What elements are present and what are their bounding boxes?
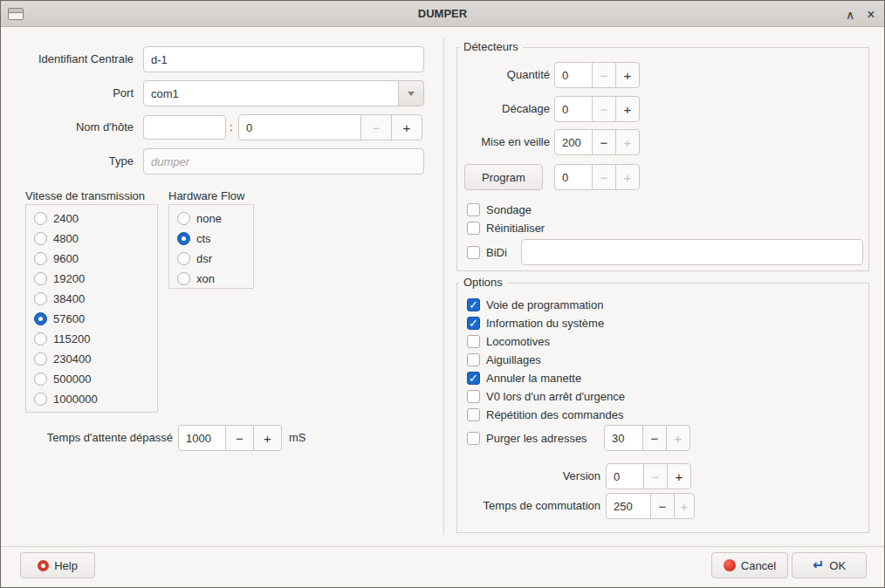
checkbox-v0-arret-urgence[interactable]: V0 lors d'un arrêt d'urgence (467, 387, 625, 405)
radio-label: 115200 (53, 332, 90, 345)
radio-flow-xon[interactable]: xon (177, 269, 253, 289)
host-label: Nom d'hôte (11, 114, 134, 140)
sleep-increment-button[interactable]: + (615, 129, 640, 155)
options-frame-title: Options (459, 276, 507, 289)
port-combobox[interactable]: com1 (143, 80, 424, 106)
checkbox-locomotives[interactable]: Locomotives (467, 332, 550, 350)
purge-increment-button[interactable]: + (666, 425, 690, 451)
switch-time-label: Temps de commutation (457, 493, 600, 519)
program-value[interactable]: 0 (554, 164, 593, 190)
close-button[interactable]: × (860, 1, 882, 27)
sleep-decrement-button[interactable]: − (592, 129, 616, 155)
offset-decrement-button[interactable]: − (592, 96, 616, 122)
host-row: Nom d'hôte (11, 114, 134, 140)
radio-baud-1000000[interactable]: 1000000 (34, 389, 157, 409)
titlebar[interactable]: DUMPER ∧ × (1, 1, 884, 27)
checkbox-label: Sondage (486, 203, 532, 216)
checkbox-aiguillages[interactable]: Aiguillages (467, 351, 541, 368)
checkbox-reinitialiser[interactable]: Réinitialiser (467, 219, 545, 236)
central-id-input[interactable] (143, 46, 424, 72)
radio-icon (34, 393, 47, 406)
port-value[interactable]: com1 (143, 80, 399, 106)
quantity-value[interactable]: 0 (554, 62, 593, 88)
bidi-input[interactable] (521, 239, 863, 265)
checkbox-label: Réinitialiser (486, 222, 545, 235)
radio-icon (34, 252, 47, 265)
timeout-increment-button[interactable]: + (253, 425, 282, 451)
radio-flow-cts[interactable]: cts (177, 229, 253, 249)
offset-value[interactable]: 0 (554, 96, 593, 122)
host-port-value[interactable]: 0 (238, 114, 361, 140)
checkbox-label: Purger les adresses (486, 432, 587, 445)
radio-baud-4800[interactable]: 4800 (34, 229, 157, 249)
checkbox-label: V0 lors d'un arrêt d'urgence (486, 390, 625, 403)
shade-button[interactable]: ∧ (839, 1, 861, 27)
radio-baud-500000[interactable]: 500000 (34, 369, 157, 389)
radio-icon (34, 272, 47, 285)
switch-time-spinner: 250 − + (606, 493, 695, 519)
help-button[interactable]: Help (20, 552, 95, 578)
help-button-label: Help (54, 559, 78, 572)
program-spinner: 0 − + (554, 164, 640, 190)
radio-label: xon (196, 272, 215, 285)
program-button[interactable]: Program (464, 164, 543, 190)
version-decrement-button[interactable]: − (643, 463, 668, 489)
checkbox-icon (467, 408, 480, 421)
quantity-increment-button[interactable]: + (615, 62, 640, 88)
checkbox-purger-adresses[interactable]: Purger les adresses (467, 429, 587, 447)
radio-flow-dsr[interactable]: dsr (177, 249, 253, 269)
detectors-frame: Détecteurs Quantité 0 − + Décalage 0 − +… (456, 47, 869, 271)
cancel-button-label: Cancel (741, 559, 776, 572)
detectors-frame-title: Détecteurs (459, 40, 523, 53)
quantity-decrement-button[interactable]: − (592, 62, 616, 88)
ok-button[interactable]: ↵ OK (792, 552, 867, 578)
dumper-dialog: DUMPER ∧ × Identifiant Centrale Port com… (0, 0, 885, 588)
checkbox-annuler-manette[interactable]: Annuler la manette (467, 369, 581, 386)
radio-baud-57600[interactable]: 57600 (34, 309, 157, 329)
checkbox-label: BiDi (486, 246, 507, 259)
checkbox-repetition-commandes[interactable]: Répétition des commandes (467, 406, 624, 423)
central-id-label: Identifiant Centrale (11, 46, 134, 72)
radio-baud-2400[interactable]: 2400 (34, 209, 157, 229)
column-separator (443, 38, 444, 535)
radio-baud-38400[interactable]: 38400 (34, 289, 157, 309)
type-input[interactable] (143, 148, 424, 174)
host-input[interactable] (143, 115, 226, 140)
program-decrement-button[interactable]: − (592, 164, 616, 190)
radio-icon (34, 373, 47, 386)
radio-baud-9600[interactable]: 9600 (34, 249, 157, 269)
type-label: Type (11, 148, 134, 174)
checkbox-bidi[interactable]: BiDi (467, 243, 507, 261)
checkbox-voie-programmation[interactable]: Voie de programmation (467, 296, 603, 313)
radio-icon (177, 232, 190, 245)
purge-decrement-button[interactable]: − (642, 425, 667, 451)
radio-flow-none[interactable]: none (177, 209, 253, 229)
version-value[interactable]: 0 (606, 463, 644, 489)
host-port-decrement-button[interactable]: − (360, 114, 392, 140)
version-increment-button[interactable]: + (667, 463, 691, 489)
radio-baud-115200[interactable]: 115200 (34, 329, 157, 349)
timeout-row: Temps d'attente dépassé (11, 425, 173, 451)
timeout-value[interactable]: 1000 (178, 425, 226, 451)
purge-value[interactable]: 30 (604, 425, 643, 451)
switch-time-decrement-button[interactable]: − (650, 493, 675, 519)
program-increment-button[interactable]: + (615, 164, 640, 190)
offset-increment-button[interactable]: + (615, 96, 640, 122)
type-row: Type (11, 148, 134, 174)
sleep-value[interactable]: 200 (554, 129, 593, 155)
timeout-decrement-button[interactable]: − (225, 425, 254, 451)
switch-time-value[interactable]: 250 (606, 493, 651, 519)
port-dropdown-button[interactable] (398, 80, 424, 106)
host-port-increment-button[interactable]: + (391, 114, 422, 140)
checkbox-label: Aiguillages (486, 353, 541, 366)
footer-separator (1, 546, 884, 547)
close-icon: × (867, 7, 875, 22)
baud-group: 2400 4800 9600 19200 38400 57600 115200 … (25, 204, 158, 413)
radio-baud-230400[interactable]: 230400 (34, 349, 157, 369)
switch-time-increment-button[interactable]: + (674, 493, 695, 519)
checkbox-information-systeme[interactable]: Information du système (467, 314, 604, 332)
radio-baud-19200[interactable]: 19200 (34, 269, 157, 289)
checkbox-sondage[interactable]: Sondage (467, 201, 532, 218)
radio-label: 230400 (53, 352, 91, 366)
cancel-button[interactable]: Cancel (711, 552, 788, 578)
